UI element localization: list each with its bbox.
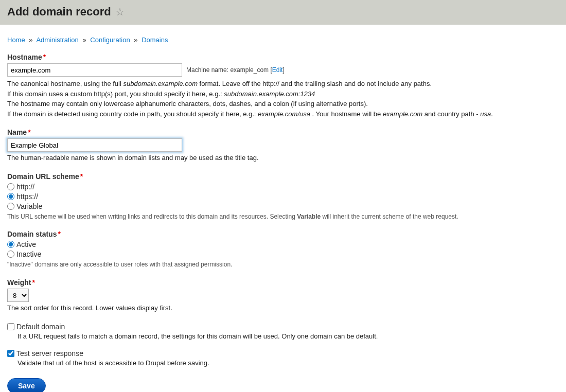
status-label: Domain status* (7, 230, 559, 238)
breadcrumb-sep: » (134, 36, 137, 44)
weight-help: The sort order for this record. Lower va… (7, 303, 559, 313)
breadcrumb-configuration[interactable]: Configuration (90, 36, 130, 44)
header-bar: Add domain record ☆ (0, 0, 566, 25)
name-help: The human-readable name is shown in doma… (7, 153, 559, 163)
content: Home » Administration » Configuration » … (0, 25, 566, 392)
save-button[interactable]: Save (7, 378, 46, 392)
name-field: Name* The human-readable name is shown i… (7, 128, 559, 163)
page-title: Add domain record (7, 5, 111, 19)
required-marker: * (43, 53, 46, 61)
hostname-label: Hostname* (7, 53, 559, 61)
scheme-label: Domain URL scheme* (7, 172, 559, 181)
machine-name-wrapper: Machine name: example_com [Edit] (186, 66, 285, 74)
star-icon[interactable]: ☆ (115, 7, 125, 17)
scheme-http-radio[interactable] (7, 183, 14, 190)
default-domain-help: If a URL request fails to match a domain… (17, 332, 559, 340)
status-help: "Inactive" domains are only accessible t… (7, 260, 559, 269)
breadcrumb: Home » Administration » Configuration » … (7, 36, 559, 44)
required-marker: * (58, 230, 60, 238)
weight-field: Weight* 8 The sort order for this record… (7, 278, 559, 313)
hostname-input[interactable] (7, 63, 182, 77)
weight-select[interactable]: 8 (7, 289, 29, 302)
scheme-https-label: https:// (16, 192, 38, 201)
breadcrumb-domains[interactable]: Domains (142, 36, 168, 44)
breadcrumb-sep: » (29, 36, 32, 44)
default-domain-checkbox[interactable] (7, 323, 14, 330)
weight-label: Weight* (7, 278, 559, 287)
status-inactive-label: Inactive (16, 250, 41, 258)
scheme-help: This URL scheme will be used when writin… (7, 212, 559, 221)
breadcrumb-administration[interactable]: Administration (36, 36, 78, 44)
name-input[interactable] (7, 138, 182, 152)
default-domain-field: Default domain If a URL request fails to… (7, 323, 559, 340)
breadcrumb-sep: » (82, 36, 86, 44)
test-server-field: Test server response Validate that url o… (7, 349, 559, 367)
machine-name-value: example_com (230, 66, 269, 74)
scheme-variable-label: Variable (16, 202, 42, 210)
machine-name-edit-link[interactable]: Edit (272, 66, 283, 74)
breadcrumb-home[interactable]: Home (7, 36, 25, 44)
status-active-label: Active (16, 240, 36, 248)
required-marker: * (32, 278, 34, 287)
required-marker: * (28, 128, 30, 136)
hostname-help: The canonical hostname, using the full s… (7, 79, 559, 119)
test-server-label: Test server response (16, 349, 83, 358)
required-marker: * (80, 172, 83, 181)
scheme-http-label: http:// (16, 183, 34, 191)
test-server-help: Validate that url of the host is accessi… (17, 359, 559, 367)
status-inactive-radio[interactable] (7, 251, 14, 258)
scheme-https-radio[interactable] (7, 193, 14, 200)
scheme-field: Domain URL scheme* http:// https:// Vari… (7, 172, 559, 221)
scheme-variable-radio[interactable] (7, 203, 14, 210)
name-label: Name* (7, 128, 559, 136)
test-server-checkbox[interactable] (7, 350, 14, 357)
status-active-radio[interactable] (7, 241, 14, 248)
hostname-field: Hostname* Machine name: example_com [Edi… (7, 53, 559, 119)
status-field: Domain status* Active Inactive "Inactive… (7, 230, 559, 269)
default-domain-label: Default domain (16, 323, 65, 331)
